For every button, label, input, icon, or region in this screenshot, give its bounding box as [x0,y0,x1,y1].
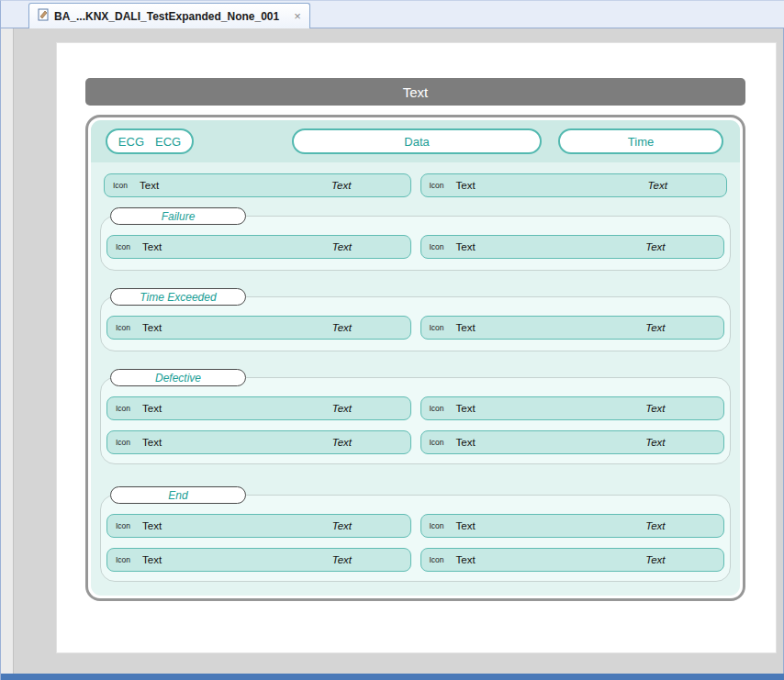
item-text: Text [456,554,476,565]
section-label-time-exceeded[interactable]: Time Exceeded [110,288,246,306]
ecg-label-right: ECG [155,135,181,149]
item-text: Text [140,180,159,191]
document-tab[interactable]: BA_...KNX_DALI_TestExpanded_None_001 × [28,3,310,28]
item-left: Icon Text [107,403,274,414]
tab-close-icon[interactable]: × [294,10,301,22]
tab-strip: BA_...KNX_DALI_TestExpanded_None_001 × [1,1,784,28]
item-left: Icon Text [107,520,274,531]
item-left: Icon Text [421,180,589,191]
item-icon-placeholder: Icon [430,521,444,530]
title-widget[interactable]: Text [85,78,745,106]
item-value: Text [273,180,410,191]
design-page: Text ECG ECG Data [57,43,776,652]
item-icon-placeholder: Icon [116,404,130,413]
section-defective: Defective Icon Text Text [100,377,731,464]
status-item[interactable]: Icon Text Text [106,235,411,259]
app-window: BA_...KNX_DALI_TestExpanded_None_001 × T… [0,0,784,680]
item-icon-placeholder: Icon [430,555,444,564]
data-button[interactable]: Data [292,128,542,154]
item-value: Text [588,437,723,448]
item-value: Text [274,554,409,565]
section-label-failure[interactable]: Failure [110,207,246,225]
item-value: Text [588,241,723,252]
status-item[interactable]: Icon Text Text [420,514,725,538]
item-left: Icon Text [107,554,274,565]
item-value: Text [588,520,723,531]
status-row: Icon Text Text Icon Text [105,396,726,420]
item-value: Text [588,554,723,565]
title-widget-label: Text [403,84,429,100]
item-icon-placeholder: Icon [430,242,444,251]
status-item[interactable]: Icon Text Text [420,235,725,259]
item-text: Text [142,403,162,414]
status-row: Icon Text Text Icon Text [105,548,726,572]
section-failure: Failure Icon Text Text [100,216,731,271]
item-text: Text [142,437,162,448]
status-item[interactable]: Icon Text Text [106,514,411,538]
item-left: Icon Text [421,437,588,448]
item-left: Icon Text [107,437,274,448]
dali-panel-inner: ECG ECG Data Time [91,120,740,596]
item-text: Text [456,241,476,252]
data-label: Data [404,135,429,149]
item-value: Text [274,437,409,448]
section-label-end[interactable]: End [110,486,246,504]
status-item[interactable]: Icon Text Text [420,396,725,420]
item-icon-placeholder: Icon [116,323,130,332]
status-item[interactable]: Icon Text Text [420,430,725,454]
panel-content: Icon Text Text Icon Text [91,162,740,596]
section-label-defective[interactable]: Defective [110,369,246,386]
item-icon-placeholder: Icon [116,555,130,564]
status-item[interactable]: Icon Text Text [106,430,411,454]
status-item[interactable]: Icon Text Text [104,173,411,197]
item-left: Icon Text [107,322,274,333]
section-end: End Icon Text Text [100,495,731,582]
ecg-button[interactable]: ECG ECG [106,128,194,154]
item-icon-placeholder: Icon [430,438,444,447]
item-left: Icon Text [421,241,588,252]
item-icon-placeholder: Icon [430,404,444,413]
status-row: Icon Text Text Icon Text [105,430,726,454]
item-text: Text [142,554,162,565]
item-text: Text [456,520,476,531]
tab-title: BA_...KNX_DALI_TestExpanded_None_001 [54,10,279,23]
item-value: Text [274,241,409,252]
item-left: Icon Text [421,403,588,414]
item-value: Text [588,322,723,333]
status-row: Icon Text Text Icon Text [98,173,733,197]
dali-panel: ECG ECG Data Time [85,115,745,601]
item-text: Text [456,322,476,333]
item-left: Icon Text [421,322,588,333]
status-item[interactable]: Icon Text Text [106,548,411,572]
item-value: Text [274,520,409,531]
status-item[interactable]: Icon Text Text [420,173,728,197]
item-icon-placeholder: Icon [430,323,444,332]
item-text: Text [456,437,476,448]
item-value: Text [588,403,723,414]
item-icon-placeholder: Icon [116,242,130,251]
item-text: Text [142,241,162,252]
designer-workspace: Text ECG ECG Data [1,28,784,674]
time-button[interactable]: Time [558,128,723,154]
bottom-border-strip [1,674,784,680]
status-item[interactable]: Icon Text Text [420,548,725,572]
item-value: Text [274,322,409,333]
panel-header-strip: ECG ECG Data Time [91,120,740,162]
status-item[interactable]: Icon Text Text [420,316,725,340]
time-label: Time [628,135,654,149]
item-icon-placeholder: Icon [113,181,128,190]
section-time-exceeded: Time Exceeded Icon Text Text [100,296,731,351]
item-left: Icon Text [421,520,588,531]
status-item[interactable]: Icon Text Text [106,316,411,340]
item-left: Icon Text [105,180,273,191]
status-item[interactable]: Icon Text Text [106,396,411,420]
item-text: Text [456,403,476,414]
ecg-label-left: ECG [118,135,144,149]
item-icon-placeholder: Icon [430,181,444,190]
status-row: Icon Text Text Icon Text [105,514,726,538]
status-row: Icon Text Text Icon Text [105,235,726,259]
item-text: Text [456,180,476,191]
status-row: Icon Text Text Icon Text [105,316,726,340]
item-left: Icon Text [421,554,588,565]
item-text: Text [142,520,162,531]
